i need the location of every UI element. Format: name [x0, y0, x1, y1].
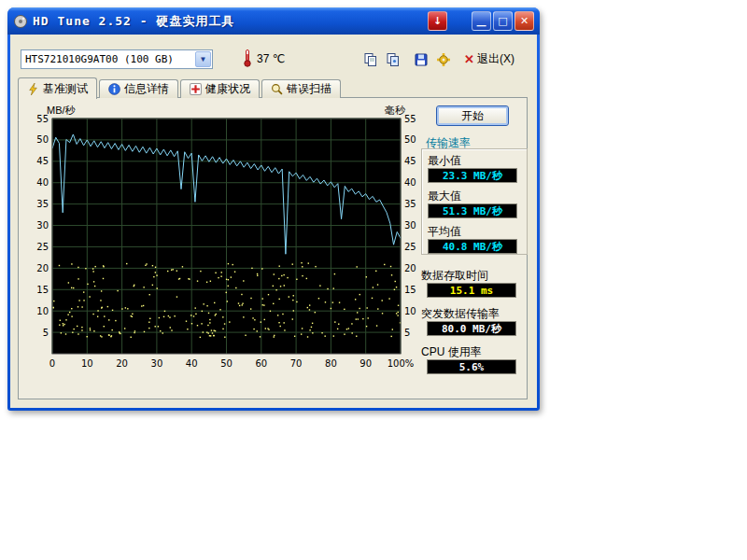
access-time-dot: [234, 272, 235, 273]
access-time-dot: [216, 314, 217, 315]
access-time-dot: [134, 332, 134, 333]
exit-button[interactable]: ✕ 退出(X): [464, 51, 514, 67]
access-time-dot: [289, 296, 289, 297]
access-time-dot: [224, 337, 225, 338]
start-button[interactable]: 开始: [436, 105, 509, 126]
save-screenshot-button[interactable]: [412, 50, 430, 69]
tab-info[interactable]: 信息详情: [99, 79, 178, 98]
tab-benchmark[interactable]: 基准测试: [18, 77, 97, 99]
access-time-dot: [71, 308, 72, 309]
client-area: HTS721010G9AT00 (100 GB) ▼ 37 ℃: [10, 35, 537, 408]
axis-tick-label: 15: [404, 285, 416, 295]
health-icon: [190, 83, 202, 95]
minimize-button[interactable]: —: [472, 11, 491, 31]
exit-x-icon: ✕: [464, 53, 474, 65]
access-time-dot: [77, 326, 78, 327]
access-time-dot: [338, 324, 339, 325]
cpu-usage-value: 5.6%: [427, 359, 516, 374]
access-time-dot: [155, 267, 156, 268]
copy-text-button[interactable]: [361, 50, 380, 69]
access-time-dot: [254, 319, 255, 320]
access-time-dot: [273, 286, 274, 287]
access-time-dot: [357, 312, 358, 313]
access-time-dot: [229, 321, 230, 322]
maximize-button[interactable]: □: [493, 11, 513, 31]
access-time-dot: [351, 332, 352, 333]
access-time-dot: [67, 314, 68, 315]
access-time-dot: [273, 303, 274, 304]
access-time-dot: [268, 329, 269, 329]
chevron-down-icon[interactable]: ▼: [195, 51, 211, 67]
tab-error-scan[interactable]: 错误扫描: [261, 79, 341, 98]
access-time-dot: [124, 328, 125, 329]
access-time-dot: [268, 294, 269, 295]
access-time-dot: [222, 329, 223, 329]
access-time-dot: [87, 284, 88, 285]
axis-tick-label: 35: [36, 199, 49, 209]
access-time-dot: [63, 323, 63, 324]
access-time-dot: [172, 269, 173, 270]
access-time-dot: [208, 332, 209, 333]
drive-select-combobox[interactable]: HTS721010G9AT00 (100 GB) ▼: [21, 49, 213, 69]
access-time-dot: [319, 285, 320, 286]
access-time-dot: [398, 312, 399, 313]
access-time-dot: [168, 315, 169, 316]
access-time-dot: [143, 305, 144, 306]
access-time-dot: [164, 311, 165, 312]
access-time-dot: [355, 299, 356, 300]
access-time-dot: [71, 315, 72, 316]
titlebar-download-button[interactable]: ↓: [428, 11, 447, 31]
axis-tick-label: 0: [49, 358, 55, 369]
access-time-dot: [333, 335, 334, 336]
access-time-dot: [78, 333, 78, 334]
access-time-dot: [253, 329, 254, 329]
benchmark-chart: 5555505045454040353530302525202015151010…: [19, 115, 430, 395]
access-time-dot: [59, 325, 60, 326]
access-time-dot: [152, 265, 153, 266]
axis-tick-label: 5: [404, 328, 410, 338]
axis-tick-label: 50: [36, 134, 49, 145]
close-button[interactable]: ✕: [514, 11, 534, 31]
axis-tick-label: 45: [36, 156, 49, 166]
access-time-dot: [203, 331, 204, 332]
access-time-dot: [308, 262, 309, 263]
access-time-dot: [296, 301, 297, 302]
access-time-dot: [384, 264, 385, 265]
access-time-dot: [264, 319, 265, 320]
access-time-dot: [292, 263, 293, 264]
access-time-dot: [221, 272, 222, 273]
access-time-dot: [120, 333, 120, 334]
access-time-dot: [132, 316, 133, 317]
copy-screenshot-button[interactable]: [384, 50, 402, 69]
access-time-dot: [152, 285, 153, 286]
access-time-dot: [126, 263, 127, 264]
access-time-dot: [211, 329, 212, 330]
access-time-dot: [362, 318, 363, 319]
access-time-dot: [214, 330, 215, 331]
access-time-dot: [81, 306, 82, 307]
access-time-dot: [331, 308, 331, 309]
access-time-dot: [206, 305, 207, 306]
access-time-dot: [292, 300, 293, 301]
access-time-dot: [366, 307, 367, 308]
access-time-dot: [78, 306, 78, 307]
tab-health[interactable]: 健康状况: [180, 79, 260, 98]
access-time-dot: [261, 321, 261, 322]
options-button[interactable]: [434, 50, 453, 69]
access-time-dot: [89, 296, 90, 297]
access-time-dot: [301, 262, 302, 263]
access-time-dot: [103, 265, 104, 266]
access-time-dot: [148, 322, 149, 323]
access-time-dot: [359, 308, 359, 309]
access-time-dot: [81, 327, 82, 328]
access-time-dot: [215, 330, 216, 331]
access-time-dot: [270, 311, 271, 312]
access-time-dot: [171, 269, 172, 270]
access-time-dot: [366, 276, 367, 277]
access-time-dot: [302, 275, 303, 276]
access-time-dot: [293, 310, 294, 311]
access-time-dot: [141, 305, 142, 306]
access-time-dot: [315, 312, 316, 313]
access-time-dot: [315, 266, 316, 267]
access-time-dot: [193, 315, 194, 316]
